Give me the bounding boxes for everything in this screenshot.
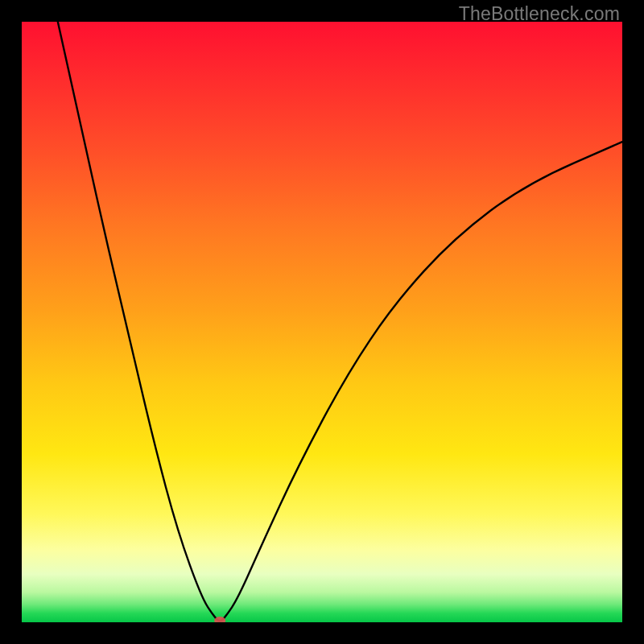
bottleneck-curve: [58, 22, 622, 621]
curve-layer: [22, 22, 622, 622]
chart-frame: TheBottleneck.com: [0, 0, 644, 644]
watermark-text: TheBottleneck.com: [459, 3, 620, 25]
plot-area: [22, 22, 622, 622]
